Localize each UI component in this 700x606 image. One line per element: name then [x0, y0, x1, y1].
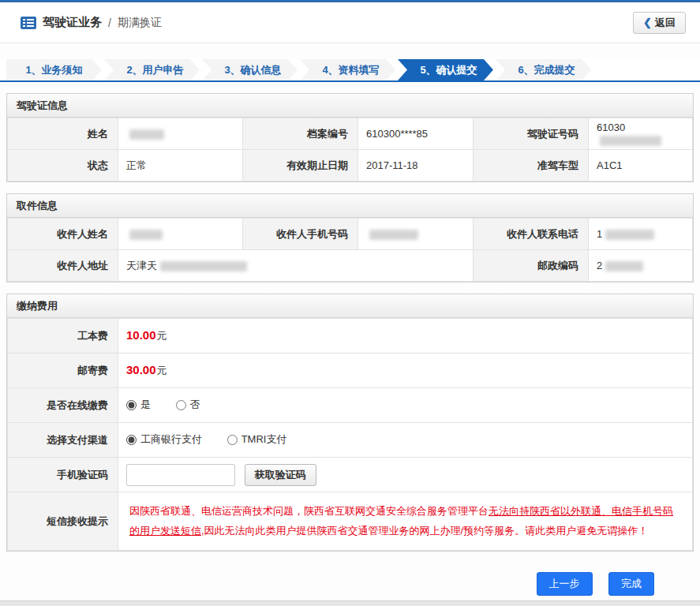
finish-button[interactable]: 完成 — [608, 572, 654, 596]
table-row: 姓名 档案编号 610300****85 驾驶证号码 61030 — [8, 118, 693, 150]
pickup-section-title: 取件信息 — [7, 194, 693, 218]
table-row: 状态 正常 有效期止日期 2017-11-18 准驾车型 A1C1 — [8, 150, 693, 181]
step-nav: 1、业务须知 2、用户申告 3、确认信息 4、资料填写 5、确认提交 6、完成提… — [0, 59, 700, 82]
step-5-confirm-submit: 5、确认提交 — [398, 59, 493, 80]
payment-channel-options: 工商银行支付 TMRI支付 — [118, 423, 693, 458]
online-no-option[interactable]: 否 — [176, 398, 200, 412]
icbc-pay-option[interactable]: 工商银行支付 — [126, 432, 202, 447]
pickup-info-section: 取件信息 收件人姓名 收件人手机号码 收件人联系电话 1 收件人地址 天津天 邮… — [6, 193, 694, 282]
online-yes-option[interactable]: 是 — [126, 398, 151, 412]
license-business-icon — [21, 17, 36, 29]
footer — [0, 600, 700, 606]
step-4-fill-data: 4、资料填写 — [300, 59, 395, 80]
recipient-name-label: 收件人姓名 — [8, 219, 118, 250]
recipient-mobile-label: 收件人手机号码 — [243, 219, 358, 250]
back-button[interactable]: ❮ 返回 — [633, 12, 686, 34]
status-value: 正常 — [118, 150, 243, 181]
redacted-value — [600, 136, 661, 146]
redacted-value — [160, 261, 247, 271]
payment-table: 工本费 10.00元 邮寄费 30.00元 是否在线缴费 是 否 — [7, 318, 693, 551]
fee-unit: 元 — [157, 330, 167, 342]
page-title: 驾驶证业务 — [43, 15, 102, 30]
tmri-pay-radio[interactable] — [227, 435, 238, 445]
table-row: 手机验证码 获取验证码 — [8, 458, 693, 492]
name-label: 姓名 — [8, 118, 118, 150]
redacted-value — [129, 129, 164, 140]
get-code-button[interactable]: 获取验证码 — [245, 464, 316, 486]
fee-unit: 元 — [157, 365, 167, 376]
license-section-title: 驾驶证信息 — [7, 94, 693, 118]
table-row: 收件人姓名 收件人手机号码 收件人联系电话 1 — [8, 219, 693, 250]
step-2-user-declaration: 2、用户申告 — [104, 59, 200, 80]
mailing-fee-value: 30.00元 — [118, 354, 693, 388]
payment-section: 缴纳费用 工本费 10.00元 邮寄费 30.00元 是否在线缴费 是 — [6, 294, 694, 552]
redacted-value — [129, 230, 163, 240]
status-label: 状态 — [8, 150, 118, 181]
page-header: 驾驶证业务 / 期满换证 ❮ 返回 — [0, 2, 700, 43]
step-3-confirm-info: 3、确认信息 — [202, 59, 298, 80]
form-actions: 上一步 完成 — [0, 552, 700, 596]
tmri-pay-option[interactable]: TMRI支付 — [227, 432, 287, 447]
name-value — [118, 118, 243, 150]
production-fee-label: 工本费 — [8, 319, 118, 354]
notice-text-after: ,因此无法向此类用户提供陕西省交通管理业务的网上办理/预约等服务。请此类用户避免… — [201, 525, 648, 537]
title-separator: / — [108, 17, 111, 29]
sms-code-input[interactable] — [126, 464, 235, 486]
redacted-value — [369, 230, 418, 240]
breadcrumb: 驾驶证业务 / 期满换证 — [21, 15, 162, 30]
online-no-label: 否 — [190, 398, 200, 412]
recipient-address-value: 天津天 — [118, 250, 474, 282]
recipient-phone-value: 1 — [589, 219, 693, 250]
file-number-label: 档案编号 — [243, 118, 358, 150]
mailing-fee-label: 邮寄费 — [8, 354, 118, 388]
table-row: 工本费 10.00元 — [8, 319, 693, 354]
expiry-date-value: 2017-11-18 — [358, 150, 474, 181]
production-fee-value: 10.00元 — [118, 319, 693, 354]
icbc-pay-label: 工商银行支付 — [140, 432, 202, 447]
license-info-table: 姓名 档案编号 610300****85 驾驶证号码 61030 状态 正常 有… — [7, 118, 693, 181]
online-no-radio[interactable] — [176, 400, 186, 410]
expiry-date-label: 有效期止日期 — [243, 150, 358, 181]
notice-text-before: 因陕西省联通、电信运营商技术问题，陕西省互联网交通安全综合服务管理平台 — [129, 505, 489, 517]
step-1-business-notice: 1、业务须知 — [6, 59, 102, 80]
page-subtitle: 期满换证 — [118, 16, 162, 30]
file-number-value: 610300****85 — [358, 118, 474, 150]
postal-code-label: 邮政编码 — [474, 250, 589, 282]
sms-notice-label: 短信接收提示 — [8, 492, 118, 551]
redacted-value — [605, 261, 643, 271]
back-label: 返回 — [655, 16, 676, 30]
vehicle-class-label: 准驾车型 — [474, 150, 589, 181]
table-row: 是否在线缴费 是 否 — [8, 388, 693, 423]
sms-code-label: 手机验证码 — [8, 458, 118, 492]
recipient-address-label: 收件人地址 — [8, 250, 118, 282]
vehicle-class-value: A1C1 — [589, 150, 693, 181]
table-row: 收件人地址 天津天 邮政编码 2 — [8, 250, 693, 282]
pickup-info-table: 收件人姓名 收件人手机号码 收件人联系电话 1 收件人地址 天津天 邮政编码 2 — [7, 218, 693, 282]
prev-step-button[interactable]: 上一步 — [537, 572, 593, 596]
tmri-pay-label: TMRI支付 — [241, 432, 287, 447]
online-yes-radio[interactable] — [126, 400, 137, 410]
recipient-mobile-value — [358, 219, 474, 250]
table-row: 短信接收提示 因陕西省联通、电信运营商技术问题，陕西省互联网交通安全综合服务管理… — [8, 492, 693, 551]
step-6-finish-submit: 6、完成提交 — [496, 59, 591, 80]
sms-code-field: 获取验证码 — [118, 458, 693, 492]
payment-channel-label: 选择支付渠道 — [8, 423, 118, 458]
recipient-phone-label: 收件人联系电话 — [474, 219, 589, 250]
online-payment-options: 是 否 — [118, 388, 693, 423]
table-row: 邮寄费 30.00元 — [8, 354, 693, 388]
table-row: 选择支付渠道 工商银行支付 TMRI支付 — [8, 423, 693, 458]
license-info-section: 驾驶证信息 姓名 档案编号 610300****85 驾驶证号码 61030 状… — [6, 93, 694, 182]
icbc-pay-radio[interactable] — [126, 435, 137, 445]
recipient-name-value — [118, 219, 243, 250]
postal-code-value: 2 — [589, 250, 693, 282]
sms-notice-text: 因陕西省联通、电信运营商技术问题，陕西省互联网交通安全综合服务管理平台无法向持陕… — [118, 492, 693, 551]
online-payment-label: 是否在线缴费 — [8, 388, 118, 423]
license-number-label: 驾驶证号码 — [474, 118, 589, 150]
online-yes-label: 是 — [140, 398, 151, 412]
chevron-left-icon: ❮ — [643, 17, 652, 28]
production-fee-amount: 10.00 — [126, 328, 156, 342]
mailing-fee-amount: 30.00 — [126, 363, 156, 376]
license-number-value: 61030 — [589, 118, 693, 150]
redacted-value — [605, 230, 654, 240]
payment-section-title: 缴纳费用 — [7, 294, 693, 318]
